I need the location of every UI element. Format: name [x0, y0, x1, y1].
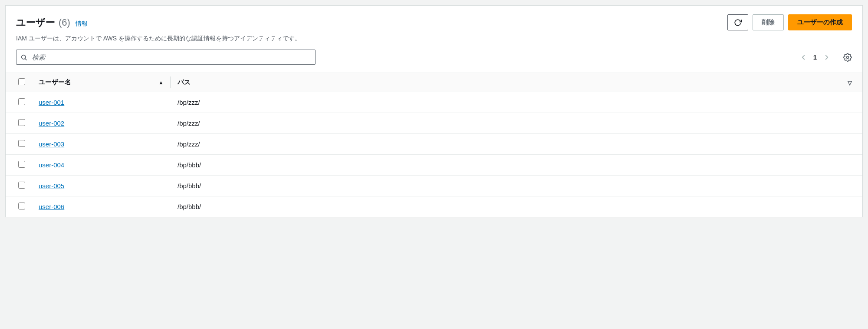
table-row: user-002 /bp/zzz/: [6, 113, 862, 134]
svg-line-1: [25, 59, 26, 60]
username-link[interactable]: user-003: [39, 140, 64, 148]
username-link[interactable]: user-002: [39, 120, 64, 127]
users-panel: ユーザー (6) 情報 削除 ユーザーの作成 IAM ユーザーは、アカウントで …: [5, 5, 863, 217]
path-cell: /bp/bbb/: [171, 196, 862, 217]
user-count: (6): [59, 17, 70, 28]
username-link[interactable]: user-006: [39, 203, 64, 210]
panel-description: IAM ユーザーは、アカウントで AWS を操作するために長期的な認証情報を持つ…: [16, 35, 852, 43]
title-group: ユーザー (6) 情報: [16, 16, 88, 29]
column-path[interactable]: パス: [171, 73, 841, 92]
table-row: user-006 /bp/bbb/: [6, 196, 862, 217]
header-actions: 削除 ユーザーの作成: [727, 14, 852, 30]
path-cell: /bp/bbb/: [171, 176, 862, 196]
select-all-header: [6, 73, 32, 92]
refresh-button[interactable]: [727, 14, 748, 30]
users-table: ユーザー名 ▲ パス ▽ user-001 /bp/zzz/: [6, 73, 862, 217]
row-checkbox[interactable]: [18, 119, 25, 126]
path-cell: /bp/zzz/: [171, 113, 862, 134]
username-link[interactable]: user-005: [39, 182, 64, 189]
table-row: user-003 /bp/zzz/: [6, 134, 862, 155]
prev-page-icon[interactable]: [799, 53, 807, 61]
right-tools: 1: [799, 52, 852, 63]
column-username-label: ユーザー名: [39, 78, 71, 86]
table-header-row: ユーザー名 ▲ パス ▽: [6, 73, 862, 92]
search-icon: [20, 54, 27, 61]
username-link[interactable]: user-004: [39, 161, 64, 169]
refresh-icon: [734, 19, 742, 27]
info-link[interactable]: 情報: [76, 20, 88, 28]
delete-button[interactable]: 削除: [753, 14, 784, 30]
panel-header: ユーザー (6) 情報 削除 ユーザーの作成 IAM ユーザーは、アカウントで …: [6, 6, 862, 50]
username-link[interactable]: user-001: [39, 99, 64, 106]
table-row: user-004 /bp/bbb/: [6, 155, 862, 176]
path-cell: /bp/bbb/: [171, 155, 862, 176]
row-checkbox[interactable]: [18, 203, 25, 209]
path-cell: /bp/zzz/: [171, 134, 862, 155]
search-input[interactable]: [16, 50, 316, 65]
create-user-button[interactable]: ユーザーの作成: [788, 14, 852, 30]
table-row: user-001 /bp/zzz/: [6, 92, 862, 113]
column-expand[interactable]: ▽: [841, 73, 862, 92]
select-all-checkbox[interactable]: [18, 78, 25, 85]
row-checkbox[interactable]: [18, 98, 25, 105]
row-checkbox[interactable]: [18, 140, 25, 147]
column-username[interactable]: ユーザー名 ▲: [32, 73, 171, 92]
page-title: ユーザー: [16, 16, 55, 29]
toolbar: 1: [6, 50, 862, 73]
sort-asc-icon: ▲: [158, 80, 164, 86]
row-checkbox[interactable]: [18, 182, 25, 189]
column-path-label: パス: [178, 78, 191, 86]
pagination: 1: [799, 53, 831, 61]
table-row: user-005 /bp/bbb/: [6, 176, 862, 196]
svg-point-2: [847, 56, 849, 58]
chevron-down-icon: ▽: [848, 80, 852, 86]
path-cell: /bp/zzz/: [171, 92, 862, 113]
page-number: 1: [813, 53, 817, 61]
next-page-icon[interactable]: [823, 53, 831, 61]
row-checkbox[interactable]: [18, 161, 25, 168]
search-wrap: [16, 50, 316, 65]
divider: [837, 52, 837, 63]
gear-icon[interactable]: [843, 53, 852, 62]
